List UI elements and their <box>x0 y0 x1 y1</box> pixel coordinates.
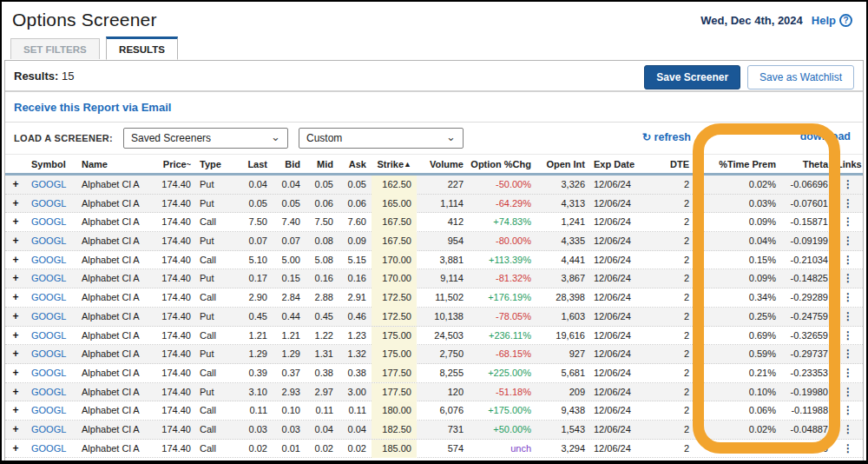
expand-row-icon[interactable]: + <box>5 364 26 383</box>
symbol-link[interactable]: GOOGL <box>26 269 78 288</box>
cell-type: Call <box>196 251 231 270</box>
expand-row-icon[interactable]: + <box>5 269 26 288</box>
row-links-icon[interactable]: ⋮ <box>833 195 863 214</box>
row-links-icon[interactable]: ⋮ <box>833 308 863 327</box>
symbol-link[interactable]: GOOGL <box>26 401 78 421</box>
saved-screeners-dropdown[interactable]: Saved Screeners ⌄ <box>123 128 288 149</box>
col-header-dte[interactable]: DTE <box>642 155 694 173</box>
custom-screener-dropdown[interactable]: Custom ⌄ <box>299 128 464 149</box>
col-header-symbol[interactable]: Symbol <box>26 155 78 173</box>
cell-open-int: 209 <box>536 383 590 402</box>
row-links-icon[interactable]: ⋮ <box>833 213 863 232</box>
cell-option-chg: +175.00% <box>469 401 536 421</box>
row-links-icon[interactable]: ⋮ <box>833 176 863 195</box>
cell-strike: 167.50 <box>372 232 417 251</box>
expand-row-icon[interactable]: + <box>5 232 26 251</box>
symbol-link[interactable]: GOOGL <box>26 232 78 251</box>
symbol-link[interactable]: GOOGL <box>26 176 78 195</box>
cell-volume: 2,750 <box>417 345 469 364</box>
col-header-time-prem[interactable]: %Time Prem <box>694 155 781 173</box>
col-header-type[interactable]: Type <box>196 155 231 173</box>
strike-sort-asc-icon: ▲ <box>404 160 411 169</box>
col-header-ask[interactable]: Ask <box>339 155 372 173</box>
symbol-link[interactable]: GOOGL <box>26 440 78 459</box>
row-links-icon[interactable]: ⋮ <box>833 401 863 421</box>
col-header-mid[interactable]: Mid <box>306 155 339 173</box>
tab-set-filters[interactable]: SET FILTERS <box>10 38 100 59</box>
col-header-bid[interactable]: Bid <box>273 155 306 173</box>
symbol-link[interactable]: GOOGL <box>26 383 78 402</box>
symbol-link[interactable]: GOOGL <box>26 288 78 308</box>
expand-row-icon[interactable]: + <box>5 308 26 327</box>
row-links-icon[interactable]: ⋮ <box>833 421 863 440</box>
cell-name: Alphabet Cl A <box>78 440 156 459</box>
expand-row-icon[interactable]: + <box>5 421 26 440</box>
expand-row-icon[interactable]: + <box>5 213 26 232</box>
row-links-icon[interactable]: ⋮ <box>833 364 863 383</box>
expand-row-icon[interactable]: + <box>5 176 26 195</box>
cell-bid: 0.01 <box>273 440 306 459</box>
save-as-watchlist-button[interactable]: Save as Watchlist <box>747 65 854 89</box>
row-links-icon[interactable]: ⋮ <box>833 251 863 270</box>
symbol-link[interactable]: GOOGL <box>26 195 78 214</box>
cell-volume: 10,138 <box>417 308 469 327</box>
cell-dte: 2 <box>642 440 694 459</box>
table-row: + GOOGL Alphabet Cl A 174.40 Call 0.39 0… <box>5 364 863 383</box>
expand-row-icon[interactable]: + <box>5 345 26 364</box>
cell-type: Call <box>196 421 231 440</box>
row-links-icon[interactable]: ⋮ <box>833 288 863 308</box>
col-header-option-chg[interactable]: Option %Chg <box>469 155 536 173</box>
expand-row-icon[interactable]: + <box>5 251 26 270</box>
help-icon: ? <box>839 14 852 27</box>
row-links-icon[interactable]: ⋮ <box>833 345 863 364</box>
col-header-open-int[interactable]: Open Int <box>536 155 590 173</box>
cell-price: 174.40 <box>156 401 196 421</box>
col-header-exp-date[interactable]: Exp Date <box>590 155 642 173</box>
symbol-link[interactable]: GOOGL <box>26 213 78 232</box>
symbol-link[interactable]: GOOGL <box>26 327 78 346</box>
symbol-link[interactable]: GOOGL <box>26 251 78 270</box>
expand-row-icon[interactable]: + <box>5 195 26 214</box>
help-link[interactable]: Help ? <box>812 14 852 27</box>
cell-last: 0.02 <box>231 440 273 459</box>
cell-price: 174.40 <box>156 308 196 327</box>
col-header-name[interactable]: Name <box>78 155 156 173</box>
col-header-last[interactable]: Last <box>231 155 273 173</box>
row-links-icon[interactable]: ⋮ <box>833 440 863 459</box>
symbol-link[interactable]: GOOGL <box>26 364 78 383</box>
cell-bid: 0.37 <box>273 364 306 383</box>
refresh-link[interactable]: ↻ refresh <box>642 130 691 143</box>
row-links-icon[interactable]: ⋮ <box>833 383 863 402</box>
receive-report-email-link[interactable]: Receive this Report via Email <box>14 101 171 114</box>
download-link[interactable]: download <box>800 130 851 143</box>
row-links-icon[interactable]: ⋮ <box>833 269 863 288</box>
table-row: + GOOGL Alphabet Cl A 174.40 Put 3.10 2.… <box>5 383 863 402</box>
custom-screener-value: Custom <box>306 132 342 144</box>
cell-time-prem: 0.10% <box>694 383 781 402</box>
expand-row-icon[interactable]: + <box>5 327 26 346</box>
expand-row-icon[interactable]: + <box>5 383 26 402</box>
expand-row-icon[interactable]: + <box>5 440 26 459</box>
cell-ask: 0.46 <box>339 308 372 327</box>
cell-bid: 0.03 <box>273 421 306 440</box>
symbol-link[interactable]: GOOGL <box>26 345 78 364</box>
cell-price: 174.40 <box>156 213 196 232</box>
cell-name: Alphabet Cl A <box>78 308 156 327</box>
cell-exp-date: 12/06/24 <box>590 345 642 364</box>
cell-time-prem: 0.25% <box>694 308 781 327</box>
symbol-link[interactable]: GOOGL <box>26 421 78 440</box>
col-header-theta[interactable]: Theta <box>781 155 833 173</box>
col-header-price[interactable]: Price~ <box>156 155 196 173</box>
row-links-icon[interactable]: ⋮ <box>833 232 863 251</box>
expand-row-icon[interactable]: + <box>5 401 26 421</box>
cell-exp-date: 12/06/24 <box>590 232 642 251</box>
symbol-link[interactable]: GOOGL <box>26 308 78 327</box>
cell-option-chg: +176.19% <box>469 288 536 308</box>
cell-exp-date: 12/06/24 <box>590 176 642 195</box>
col-header-volume[interactable]: Volume <box>417 155 469 173</box>
row-links-icon[interactable]: ⋮ <box>833 327 863 346</box>
tab-results[interactable]: RESULTS <box>106 36 178 60</box>
save-screener-button[interactable]: Save Screener <box>644 65 740 89</box>
expand-row-icon[interactable]: + <box>5 288 26 308</box>
col-header-strike[interactable]: Strike▲ <box>372 155 417 173</box>
